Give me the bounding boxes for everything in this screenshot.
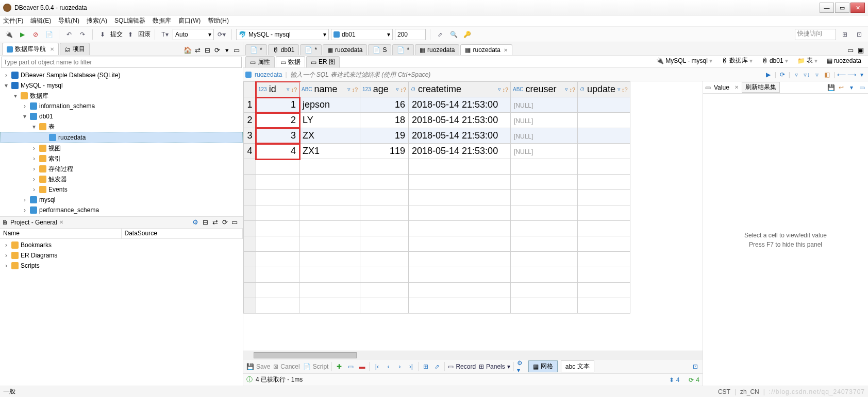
keys-icon[interactable]: 🔑 [461,29,473,40]
col-name[interactable]: Name [0,229,122,238]
column-header-age[interactable]: 123age▿↕? [360,82,409,97]
prev-icon[interactable]: ‹ [384,363,392,371]
refresh-icon[interactable]: ⟳ [221,218,229,227]
min-icon[interactable]: ▭ [858,83,866,92]
home-icon[interactable]: 🏠 [183,46,192,54]
row-number[interactable]: 3 [244,128,256,144]
breadcrumb-item[interactable]: 🛢数据库 ▾ [718,55,756,66]
cell-createtime[interactable]: 2018-05-14 21:53:00 [409,128,511,144]
cell-age[interactable]: 18 [360,113,409,128]
editor-tab[interactable]: 📄* [245,44,267,55]
cell-update[interactable] [578,144,630,159]
horizontal-scrollbar[interactable] [243,351,703,359]
project-item-Bookmarks[interactable]: ›Bookmarks [0,240,243,250]
column-header-id[interactable]: 123id▿↕? [256,82,299,97]
table-row[interactable]: 22LY182018-05-14 21:53:00[NULL] [244,113,630,128]
data-grid[interactable]: 123id▿↕?ABCname▿↕?123age▿↕?⏱createtime▿↕… [243,81,703,351]
export-icon[interactable]: ⬀ [435,29,446,40]
tx-auto-dropdown[interactable]: Auto ▾ [173,29,214,40]
cell-name[interactable]: ZX1 [299,144,360,159]
redo-icon[interactable]: ↷ [77,29,88,40]
refresh-resultset-button[interactable]: 刷新结果集 [742,82,780,93]
value-tab-label[interactable]: Value [714,84,729,91]
rollback-label[interactable]: 回滚 [138,30,151,39]
first-icon[interactable]: |‹ [373,363,381,371]
cell-update[interactable] [578,113,630,128]
more-icon[interactable]: ▾ [847,83,856,92]
twisty-icon[interactable]: › [31,175,37,184]
min-view-icon[interactable]: ▭ [230,218,239,227]
pin-icon[interactable]: ⊡ [691,363,699,371]
subtab-数据[interactable]: ▭数据 [276,56,305,67]
script-button[interactable]: 📄 Script [303,363,329,370]
twisty-icon[interactable]: › [22,205,28,215]
delete-row-icon[interactable]: ▬ [358,363,366,371]
cell-createtime[interactable]: 2018-05-14 21:53:00 [409,113,511,128]
add-row-icon[interactable]: ✚ [335,363,343,371]
refresh-count[interactable]: ⟳ 4 [689,376,699,384]
project-item-Scripts[interactable]: ›Scripts [0,261,243,271]
cell-creuser[interactable]: [NULL] [511,144,578,159]
commit-label[interactable]: 提交 [110,30,123,39]
menu-窗口(W)[interactable]: 窗口(W) [178,16,201,25]
tree-node-ruozedata[interactable]: ruozedata [0,132,243,143]
tree-node-db01[interactable]: ▾db01 [0,111,243,122]
sort-icon[interactable]: ↕? [291,87,297,93]
row-number[interactable]: 4 [244,144,256,159]
table-row[interactable]: 11jepson162018-05-14 21:53:00[NULL] [244,97,630,113]
cell-id[interactable]: 4 [256,144,299,159]
sql-filter-input[interactable] [290,71,761,78]
tree-node-information_schema[interactable]: ›information_schema [0,101,243,111]
row-number[interactable]: 1 [244,97,256,113]
editor-tab[interactable]: ▦ruozedata [323,44,367,55]
twisty-icon[interactable]: › [31,164,37,174]
menu-文件(F)[interactable]: 文件(F) [3,16,23,25]
twisty-icon[interactable]: › [22,195,28,204]
tab-db-navigator[interactable]: 数据库导航 ✕ [2,43,59,55]
apply-filter-icon[interactable]: ▶ [764,71,773,79]
filter-icon[interactable]: ▿ [347,86,350,93]
filter-icon[interactable]: ▿ [792,71,800,79]
revert-icon[interactable]: ↩ [837,83,845,92]
menu-帮助(H)[interactable]: 帮助(H) [208,16,229,25]
min-view-icon[interactable]: ▭ [846,46,855,54]
copy-row-icon[interactable]: ▭ [346,363,355,371]
refresh-icon[interactable]: ⟳ [778,71,787,79]
filter3-icon[interactable]: ▿ [813,71,821,79]
subtab-ER 图[interactable]: ▭ER 图 [306,56,340,67]
cell-creuser[interactable]: [NULL] [511,113,578,128]
refresh-icon[interactable]: ⟳▾ [216,29,227,40]
filter2-icon[interactable]: ▿↓ [803,71,811,79]
cell-age[interactable]: 19 [360,128,409,144]
breadcrumb-item[interactable]: 🛢db01 ▾ [758,56,792,66]
breadcrumb-item[interactable]: ▦ruozedata [823,56,865,66]
save-button[interactable]: 💾 Save [246,363,270,370]
gear-icon[interactable]: ⚙ [191,218,199,227]
filter-icon[interactable]: ▿ [617,86,621,93]
filter-icon[interactable]: ▿ [498,86,501,93]
gear-icon[interactable]: ⚙ ▾ [517,363,525,371]
min-view-icon[interactable]: ▭ [232,46,241,54]
close-icon[interactable]: ✕ [50,46,54,52]
twisty-icon[interactable]: ▾ [22,112,28,121]
undo-icon[interactable]: ↶ [63,29,75,40]
fetchsize-icon[interactable]: ⊞ [422,363,430,371]
tree-node-存储过程[interactable]: ›存储过程 [0,164,243,174]
row-number[interactable]: 2 [244,113,256,128]
connection-dropdown[interactable]: 🐬 MySQL - mysql ▾ [236,29,329,40]
run-icon[interactable]: ▶ [16,29,28,40]
tab-project[interactable]: 🗂 项目 [60,43,90,55]
panels-toggle[interactable]: ⊞ Panels ▾ [479,363,510,370]
new-connection-icon[interactable]: 🔌 [3,29,14,40]
collapse-icon[interactable]: ⊟ [203,46,211,54]
editor-tab[interactable]: 📄* [392,44,414,55]
menu-SQL编辑器[interactable]: SQL编辑器 [114,16,145,25]
menu-搜索(A)[interactable]: 搜索(A) [87,16,107,25]
column-header-creuser[interactable]: ABCcreuser▿↕? [511,82,578,97]
tx-mode-icon[interactable]: T▾ [159,29,171,40]
cell-name[interactable]: jepson [299,97,360,113]
cell-createtime[interactable]: 2018-05-14 21:53:00 [409,97,511,113]
editor-tab[interactable]: ▦ruozedata [415,44,459,55]
twisty-icon[interactable] [41,133,47,142]
cell-createtime[interactable]: 2018-05-14 21:53:00 [409,144,511,159]
